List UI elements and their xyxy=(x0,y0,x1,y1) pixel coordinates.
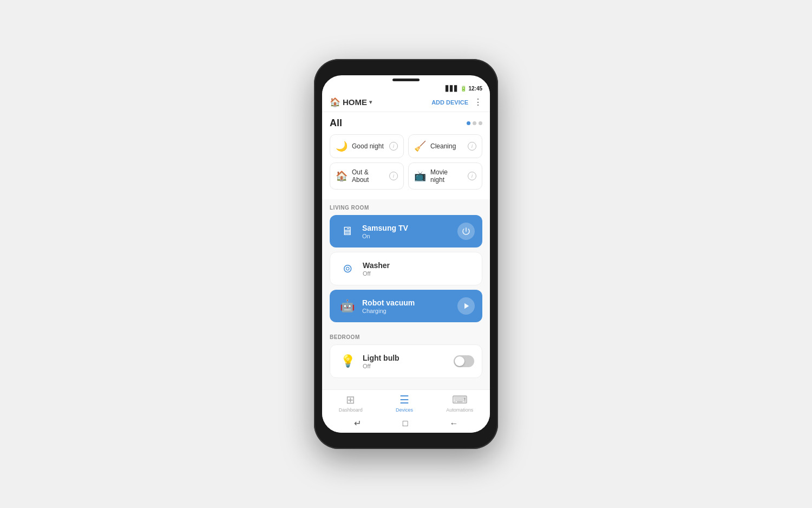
dot-2 xyxy=(473,121,476,125)
scene-out-about[interactable]: 🏠 Out & About i xyxy=(330,162,404,190)
dot-3 xyxy=(479,121,482,125)
tv-icon-wrap: 🖥 xyxy=(337,222,357,241)
more-options-icon[interactable]: ⋮ xyxy=(474,97,482,107)
good-night-info-icon[interactable]: i xyxy=(389,142,398,151)
bedroom-section: BEDROOM 💡 Light bulb Off xyxy=(322,329,490,385)
out-about-icon: 🏠 xyxy=(336,170,348,182)
home-icon: 🏠 xyxy=(330,97,340,107)
cleaning-info-icon[interactable]: i xyxy=(468,142,476,151)
all-header: All xyxy=(330,118,482,129)
power-icon xyxy=(461,226,471,236)
toggle-knob xyxy=(455,356,464,366)
scene-out-about-label: Out & About xyxy=(352,168,385,184)
robot-vacuum-status: Charging xyxy=(362,308,452,314)
light-bulb-card[interactable]: 💡 Light bulb Off xyxy=(330,344,482,378)
samsung-tv-name: Samsung TV xyxy=(362,224,452,232)
nav-devices[interactable]: ☰ Devices xyxy=(396,393,413,413)
dashboard-label: Dashboard xyxy=(339,407,363,413)
time-display: 12:45 xyxy=(468,86,482,92)
page-dots xyxy=(467,121,482,125)
android-recent-button[interactable]: ↵ xyxy=(354,418,361,428)
dot-1 xyxy=(467,121,470,125)
washer-icon: ⊚ xyxy=(343,262,352,276)
android-back-button[interactable]: ← xyxy=(449,419,458,428)
living-room-label: LIVING ROOM xyxy=(330,205,482,211)
all-section: All 🌙 Good night i 🧹 xyxy=(322,112,490,199)
bedroom-label: BEDROOM xyxy=(330,334,482,340)
home-title-group[interactable]: 🏠 HOME ▾ xyxy=(330,97,372,107)
washer-icon-wrap: ⊚ xyxy=(338,259,357,278)
robot-icon-wrap: 🤖 xyxy=(337,296,357,316)
scene-cleaning-label: Cleaning xyxy=(430,142,463,150)
notch-area xyxy=(322,75,490,82)
scene-good-night-label: Good night xyxy=(352,142,385,150)
app-header: 🏠 HOME ▾ ADD DEVICE ⋮ xyxy=(322,94,490,112)
devices-icon: ☰ xyxy=(400,393,409,406)
header-actions: ADD DEVICE ⋮ xyxy=(431,97,482,107)
android-nav: ↵ □ ← xyxy=(322,415,490,433)
robot-icon: 🤖 xyxy=(340,299,355,313)
scene-grid: 🌙 Good night i 🧹 Cleaning i 🏠 Out & Abou… xyxy=(330,134,482,196)
automations-icon: ⌨ xyxy=(452,393,468,406)
tv-icon: 🖥 xyxy=(341,224,353,238)
scene-movie-night-label: Movie night xyxy=(430,168,463,184)
signal-icon: ▋▋▋ xyxy=(446,86,459,92)
devices-label: Devices xyxy=(396,407,413,413)
scene-good-night[interactable]: 🌙 Good night i xyxy=(330,134,404,158)
bulb-icon-wrap: 💡 xyxy=(338,351,357,371)
robot-vacuum-name: Robot vacuum xyxy=(362,298,452,307)
cleaning-icon: 🧹 xyxy=(414,140,426,152)
phone-screen: ▋▋▋ 🔋 12:45 🏠 HOME ▾ ADD DEVICE ⋮ All xyxy=(322,75,490,433)
chevron-down-icon: ▾ xyxy=(369,99,372,105)
robot-vacuum-play-button[interactable] xyxy=(457,297,475,315)
robot-vacuum-info: Robot vacuum Charging xyxy=(362,298,452,314)
samsung-tv-power-button[interactable] xyxy=(457,223,475,240)
bulb-icon: 💡 xyxy=(340,354,355,368)
add-device-button[interactable]: ADD DEVICE xyxy=(431,99,468,106)
robot-vacuum-card[interactable]: 🤖 Robot vacuum Charging xyxy=(330,290,482,322)
out-about-info-icon[interactable]: i xyxy=(389,172,398,180)
light-bulb-info: Light bulb Off xyxy=(363,354,448,369)
washer-card[interactable]: ⊚ Washer Off xyxy=(330,252,482,285)
light-bulb-status: Off xyxy=(363,363,448,369)
status-bar: ▋▋▋ 🔋 12:45 xyxy=(322,82,490,94)
android-home-button[interactable]: □ xyxy=(403,419,408,428)
samsung-tv-card[interactable]: 🖥 Samsung TV On xyxy=(330,215,482,248)
dashboard-icon: ⊞ xyxy=(346,393,355,406)
light-bulb-toggle[interactable] xyxy=(454,355,474,367)
speaker xyxy=(392,79,420,81)
samsung-tv-info: Samsung TV On xyxy=(362,224,452,239)
automations-label: Automations xyxy=(446,407,473,413)
light-bulb-name: Light bulb xyxy=(363,354,448,362)
samsung-tv-status: On xyxy=(362,233,452,239)
movie-icon: 📺 xyxy=(414,170,426,182)
play-icon xyxy=(461,301,471,311)
nav-dashboard[interactable]: ⊞ Dashboard xyxy=(339,393,363,413)
movie-night-info-icon[interactable]: i xyxy=(468,172,476,180)
washer-status: Off xyxy=(363,270,474,277)
scene-movie-night[interactable]: 📺 Movie night i xyxy=(408,162,482,190)
battery-icon: 🔋 xyxy=(460,86,467,92)
washer-name: Washer xyxy=(363,261,474,270)
phone-device: ▋▋▋ 🔋 12:45 🏠 HOME ▾ ADD DEVICE ⋮ All xyxy=(314,59,498,449)
nav-automations[interactable]: ⌨ Automations xyxy=(446,393,473,413)
main-content: All 🌙 Good night i 🧹 xyxy=(322,112,490,389)
all-title: All xyxy=(330,118,342,129)
home-label: HOME xyxy=(343,97,367,107)
bottom-nav: ⊞ Dashboard ☰ Devices ⌨ Automations xyxy=(322,389,490,415)
scene-cleaning[interactable]: 🧹 Cleaning i xyxy=(408,134,482,158)
washer-info: Washer Off xyxy=(363,261,474,277)
status-icons: ▋▋▋ 🔋 12:45 xyxy=(446,86,482,92)
moon-icon: 🌙 xyxy=(336,140,348,152)
living-room-section: LIVING ROOM 🖥 Samsung TV On xyxy=(322,199,490,329)
